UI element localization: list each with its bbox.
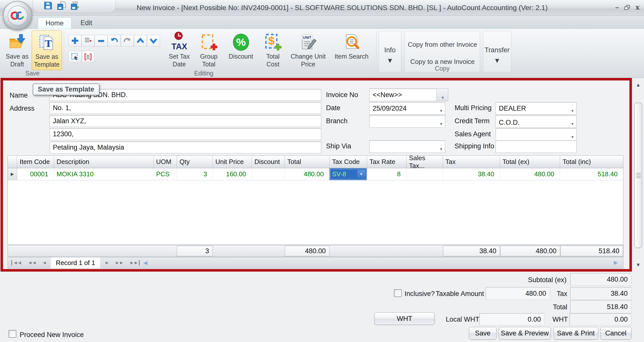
address-line1-field[interactable]: No. 1, [50,102,321,114]
chevron-down-icon[interactable]: ▼ [571,122,574,126]
cell-unit-price[interactable]: 160.00 [213,168,252,180]
nav-next-page-icon[interactable]: ►► [112,260,127,266]
cell-total[interactable]: 480.00 [285,168,330,180]
scroll-down-icon[interactable]: ▼ [633,260,643,270]
tab-edit[interactable]: Edit [73,17,100,29]
save-and-print-button[interactable]: Save & Print [553,327,598,339]
minimize-button[interactable]: – [615,4,619,11]
column-header-tax-rate[interactable]: Tax Rate [367,156,407,168]
delete-row-button[interactable] [95,35,108,47]
save-icon[interactable] [44,1,53,11]
multi-pricing-field[interactable]: DEALER ▼ [496,102,577,115]
column-header-total-ex[interactable]: Total (ex) [500,156,560,168]
proceed-new-invoice-checkbox[interactable] [9,330,16,338]
cell-sales-tax[interactable] [407,168,443,180]
cell-description[interactable]: MOKIA 3310 [54,168,154,180]
invoice-no-field[interactable]: <<New>> [369,89,437,101]
chevron-down-icon[interactable]: ▼ [571,135,574,139]
scrollbar-thumb[interactable] [634,103,642,248]
scrollbar-track[interactable] [634,103,642,248]
transfer-button[interactable]: Transfer ▼ [483,31,511,72]
inclusive-checkbox[interactable] [394,289,402,297]
discount-button[interactable]: % Discount [224,30,258,70]
column-header-discount[interactable]: Discount [252,156,285,168]
taxable-amount-value[interactable]: 480.00 [486,287,550,300]
cell-qty[interactable]: 3 [177,168,213,180]
hscroll-left-icon[interactable]: ◄ [140,259,151,267]
column-header-qty[interactable]: Qty [177,156,213,168]
save-and-new-icon[interactable] [57,1,66,11]
nav-next-icon[interactable]: ► [102,260,112,266]
row-indicator-icon[interactable]: ► [8,168,17,180]
column-header-tax[interactable]: Tax [443,156,500,168]
close-button[interactable]: x [635,4,639,11]
chevron-down-icon[interactable]: ▼ [439,147,443,151]
save-as-template-button[interactable]: T Save as Template [32,30,62,70]
local-wht-value[interactable]: 0.00 [479,313,545,325]
group-total-button[interactable]: Group Total [195,30,223,70]
cell-tax-rate[interactable]: 8 [367,168,407,180]
info-button[interactable]: Info ▼ [379,31,401,72]
scroll-up-icon[interactable]: ▲ [633,80,643,90]
save-and-preview-button[interactable]: Save & Preview [499,327,551,339]
save-button[interactable]: Save [469,327,497,339]
copy-from-other-invoice-button[interactable]: Copy from other Invoice [406,38,479,51]
address-line2-field[interactable]: Jalan XYZ, [50,115,321,127]
invoice-no-dropdown[interactable]: ▼ [437,89,448,101]
cell-total-inc[interactable]: 518.40 [560,168,623,180]
cell-tax[interactable]: 38.40 [443,168,500,180]
credit-term-field[interactable]: C.O.D. ▼ [496,115,577,128]
save-and-print-icon[interactable] [71,1,80,11]
cell-discount[interactable] [252,168,285,180]
cancel-button[interactable]: Cancel [600,327,631,339]
branch-field[interactable]: ▼ [369,115,445,128]
range-edit-button[interactable] [82,51,95,63]
column-header-item-code[interactable]: Item Code [17,156,54,168]
address-line3-field[interactable]: 12300, [50,128,321,140]
application-menu-button[interactable] [3,1,32,30]
total-cost-button[interactable]: $ Total Cost [259,30,287,70]
cell-item-code[interactable]: 00001 [17,168,54,180]
grid-summary-bar: 3 480.00 38.40 480.00 518.40 [8,245,623,257]
cell-total-ex[interactable]: 480.00 [500,168,560,180]
restore-button[interactable] [624,5,630,10]
chevron-down-icon[interactable]: ▼ [571,109,574,113]
column-header-tax-code[interactable]: Tax Code [330,156,367,168]
add-row-button[interactable] [68,35,82,47]
chevron-down-icon[interactable]: ▼ [439,109,443,113]
move-row-up-button[interactable] [134,35,147,47]
date-field[interactable]: 25/09/2024 ▼ [369,102,445,115]
address-line4-field[interactable]: Petaling Jaya, Malaysia [50,142,321,153]
tax-code-dropdown[interactable]: ▼ [357,170,365,178]
ribbon-tab-row: Home Edit [0,16,644,29]
ship-via-field[interactable]: ▼ [369,140,445,153]
wht-button[interactable]: WHT [374,312,435,325]
cell-uom[interactable]: PCS [154,168,177,180]
insert-row-button[interactable] [82,35,95,47]
select-range-button[interactable] [68,51,82,63]
tab-home[interactable]: Home [38,17,71,29]
column-header-total[interactable]: Total [285,156,330,168]
nav-last-icon[interactable]: ►► [127,260,140,266]
column-header-total-inc[interactable]: Total (inc) [560,156,623,168]
sales-agent-field[interactable]: ▼ [496,128,577,141]
column-header-uom[interactable]: UOM [154,156,177,168]
nav-first-icon[interactable]: ◄◄ [11,260,25,266]
item-search-button[interactable]: Item Search [330,30,374,70]
save-as-draft-button[interactable]: Save as Draft [3,30,31,70]
hscroll-right-icon[interactable]: ► [610,259,622,267]
move-row-down-button[interactable] [147,35,160,47]
change-unit-price-button[interactable]: UNIT Change Unit Price [288,30,328,70]
undo-button[interactable] [108,35,121,47]
column-header-description[interactable]: Description [54,156,154,168]
nav-prev-icon[interactable]: ◄ [39,260,49,266]
redo-button[interactable] [121,35,134,47]
nav-prev-page-icon[interactable]: ◄◄ [25,260,39,266]
chevron-down-icon[interactable]: ▼ [439,122,443,126]
set-tax-date-button[interactable]: TAX Set Tax Date [165,30,194,70]
cell-tax-code-selected[interactable]: SV-8 ▼ [330,168,367,180]
shipping-info-field[interactable] [496,140,577,153]
grid-empty-area[interactable] [8,180,623,245]
column-header-sales-tax[interactable]: Sales Tax... [407,156,443,168]
column-header-unit-price[interactable]: Unit Price [213,156,252,168]
